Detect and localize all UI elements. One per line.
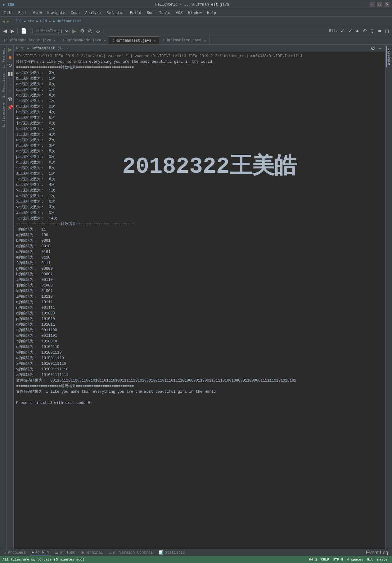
vert-tab-project[interactable]: 1: Project xyxy=(0,45,7,71)
status-git[interactable]: Git: master xyxy=(367,558,390,561)
run-config-select[interactable]: HuffmanTest (1) xyxy=(32,28,70,34)
tab-huffmantree[interactable]: J HuffmanTree.java ✕ xyxy=(159,36,209,44)
nav-hfm[interactable]: HFM xyxy=(40,19,47,24)
git-push[interactable]: ⇧ xyxy=(369,27,376,34)
tab-close-huffmanmakecode[interactable]: ✕ xyxy=(54,39,56,43)
tab-icon-huffmannode: J xyxy=(62,39,64,42)
nav-ide[interactable]: IDE xyxy=(15,19,22,24)
tab-close-huffmantest[interactable]: ✕ xyxy=(154,39,156,43)
run-toolbar: Run: ▶ HuffmanTest (1) ✕ ⚙ − xyxy=(14,45,385,52)
git-check1[interactable]: ✓ xyxy=(339,27,346,34)
bottom-right-actions: Event Log xyxy=(365,549,390,556)
git-check2[interactable]: ✓ xyxy=(347,27,354,34)
run-close-btn[interactable]: − xyxy=(377,45,383,52)
bottom-tab-statistic[interactable]: 📊 Statistic xyxy=(157,549,187,556)
console-output[interactable]: "D:\IDE\IntelliJ IDEA 2019.2.2\jbr\bin\j… xyxy=(14,52,385,549)
toolbar-back[interactable]: ◀ xyxy=(2,27,8,34)
git-history[interactable]: ● xyxy=(355,28,360,34)
tab-huffmannode[interactable]: J HuffmanNode.java ✕ xyxy=(59,36,109,44)
status-right: 64:1 CRLF UTF-8 4 spaces Git: master xyxy=(309,558,390,561)
run-scroll-down[interactable]: ↓ xyxy=(8,80,13,87)
console-line: p的编码为： 101010 xyxy=(16,316,383,322)
menu-run[interactable]: Run xyxy=(144,10,156,16)
console-line: q出现的次数为： 0次 xyxy=(16,160,383,165)
console-line: f的编码为： 0111 xyxy=(16,260,383,266)
bottom-tab-terminal[interactable]: ▣ Terminal xyxy=(80,549,105,556)
menu-file[interactable]: File xyxy=(1,10,15,16)
tab-huffmantest[interactable]: J HuffmanTest.java ✕ xyxy=(109,36,159,44)
nav-back-icon[interactable]: ◀ xyxy=(2,19,5,24)
run-clear[interactable]: 🗑 xyxy=(7,96,14,103)
vert-tab-favorites[interactable]: 2: Favorites xyxy=(0,71,7,100)
run-tab-active[interactable]: ▶ HuffmanTest (1) ✕ xyxy=(27,46,69,51)
ide-logo: ◆ IDE xyxy=(2,2,15,7)
nav-forward-icon[interactable]: ▶ xyxy=(7,19,9,24)
event-log-btn[interactable]: Event Log xyxy=(365,549,390,556)
minimize-button[interactable]: − xyxy=(370,2,375,7)
console-line: q的编码为： 101011 xyxy=(16,322,383,327)
run-tab-close[interactable]: ✕ xyxy=(66,46,69,51)
status-encoding[interactable]: UTF-8 xyxy=(333,558,343,561)
console-line: u出现的次数为： 4次 xyxy=(16,182,383,188)
nav-src[interactable]: src xyxy=(28,19,34,24)
tab-huffmanmakecode[interactable]: J HuffmanMakeCode.java ✕ xyxy=(0,36,59,44)
menu-navigate[interactable]: Navigate xyxy=(45,10,68,16)
menu-vcs[interactable]: VCS xyxy=(173,10,185,16)
coverage-button[interactable]: ◎ xyxy=(87,27,94,34)
console-line: y出现的次数为： 3次 xyxy=(16,204,383,210)
run-label: Run: xyxy=(16,46,25,51)
status-position[interactable]: 64:1 xyxy=(309,558,317,561)
status-indent[interactable]: 4 spaces xyxy=(347,558,363,561)
bottom-tab-problems[interactable]: ⚠ Problems xyxy=(2,549,28,556)
console-line: h的编码为： 00001 xyxy=(16,272,383,277)
profile-button[interactable]: ◇ xyxy=(95,27,101,34)
nav-bar: ◀ ▶ | IDE ► src ► HFM ► ◆ HuffmanTest xyxy=(0,17,392,26)
content-area: 1: Project 2: Favorites Z: Structure ▶ ■… xyxy=(0,45,392,549)
status-crlf[interactable]: CRLF xyxy=(321,558,329,561)
tab-close-huffmannode[interactable]: ✕ xyxy=(104,39,106,43)
problems-icon: ⚠ xyxy=(4,550,7,555)
run-gear-btn[interactable]: ⚙ xyxy=(369,45,376,52)
toolbar-project[interactable]: 📄 xyxy=(20,27,28,34)
debug-button[interactable]: ⚙ xyxy=(79,27,86,34)
run-pin[interactable]: 📌 xyxy=(6,104,15,111)
run-pause-btn[interactable]: ▮▮ xyxy=(6,70,14,77)
menu-tools[interactable]: Tools xyxy=(157,10,173,16)
vert-tab-structure[interactable]: Z: Structure xyxy=(0,100,7,130)
menu-build[interactable]: Build xyxy=(128,10,144,16)
console-line: v的编码为： 101001110 xyxy=(16,350,383,355)
bottom-tab-todo[interactable]: ☰ 6: TODO xyxy=(53,549,77,556)
tab-close-huffmantree[interactable]: ✕ xyxy=(204,39,206,43)
git-expand[interactable]: ◻ xyxy=(384,27,390,34)
menu-analyze[interactable]: Analyze xyxy=(83,10,103,16)
run-tab-label: HuffmanTest (1) xyxy=(30,46,64,51)
run-tab-bottom-label: 4: Run xyxy=(35,550,49,555)
run-side-controls: ▶ ■ ↻ ▮▮ ↓ ↑ 🗑 📌 xyxy=(7,45,14,549)
menu-refactor[interactable]: Refactor xyxy=(104,10,127,16)
run-rerun-btn[interactable]: ↻ xyxy=(7,62,13,69)
console-line: y的编码为： 101001111110 xyxy=(16,367,383,372)
bottom-tab-run[interactable]: ▶ 4: Run xyxy=(30,549,51,556)
run-button[interactable]: ▶ xyxy=(71,27,78,35)
maximize-button[interactable]: □ xyxy=(377,2,382,7)
right-sidebar-database[interactable]: Database xyxy=(386,46,392,67)
console-line: ====================计数结果================… xyxy=(16,65,383,70)
bottom-tab-vcs[interactable]: ⎵ 9: Version Control xyxy=(107,549,155,556)
toolbar-forward[interactable]: ▶ xyxy=(9,27,16,34)
run-play-btn[interactable]: ▶ xyxy=(7,46,13,53)
git-revert[interactable]: ↶ xyxy=(361,27,368,34)
close-button[interactable]: ✕ xyxy=(385,2,390,7)
menu-help[interactable]: Help xyxy=(205,10,219,16)
menu-edit[interactable]: Edit xyxy=(16,10,30,16)
status-files[interactable]: All files are up-to-date (5 minutes ago) xyxy=(2,558,84,561)
run-scroll-up[interactable]: ↑ xyxy=(8,88,13,95)
menu-code[interactable]: Code xyxy=(68,10,82,16)
run-tab-icon: ▶ xyxy=(27,46,29,51)
run-stop-btn[interactable]: ■ xyxy=(7,54,13,61)
console-line: r出现的次数为： 5次 xyxy=(16,165,383,171)
console-line: n出现的次数为： 3次 xyxy=(16,143,383,149)
menu-view[interactable]: View xyxy=(30,10,44,16)
nav-project[interactable]: HuffmanTest xyxy=(57,19,81,24)
git-settings[interactable]: ■ xyxy=(377,28,382,34)
menu-window[interactable]: Window xyxy=(186,10,204,16)
